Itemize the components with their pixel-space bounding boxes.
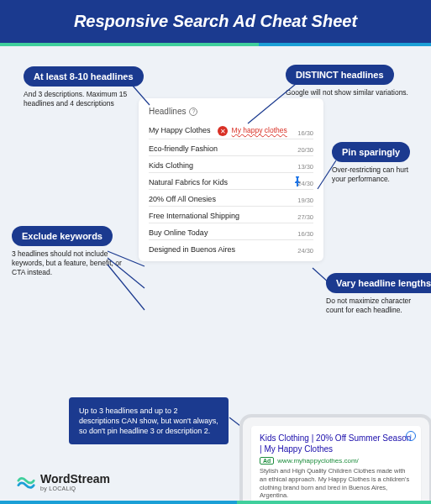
char-count: 27/30: [297, 213, 313, 221]
headline-label: Buy Online Today: [149, 228, 208, 237]
header: Responsive Search Ad Cheat Sheet: [0, 0, 431, 43]
headline-row[interactable]: Free International Shipping 27/30: [149, 207, 313, 223]
page-title: Responsive Search Ad Cheat Sheet: [0, 12, 431, 31]
callout-text: Over-restricting can hurt your performan…: [332, 165, 424, 184]
panel-title: Headlines ?: [149, 107, 313, 116]
logo-text-block: WordStream by LOCALiQ: [40, 472, 110, 491]
headline-label: Designed in Buenos Aires: [149, 245, 235, 254]
panel-title-text: Headlines: [149, 107, 186, 116]
headline-row[interactable]: Designed in Buenos Aires 24/30: [149, 240, 313, 256]
brand-name: WordStream: [40, 472, 110, 486]
help-icon[interactable]: ?: [189, 108, 197, 116]
headline-row[interactable]: Eco-friendly Fashion 20/30: [149, 139, 313, 156]
headline-label: My Happy Clothes: [149, 126, 211, 134]
callout-text: And 3 descriptions. Maximum 15 headlines…: [24, 90, 145, 108]
char-count: 13/30: [297, 163, 313, 171]
headline-row[interactable]: Natural Fabrics for Kids 24/30: [149, 173, 313, 190]
headline-row[interactable]: 20% Off All Onesies 19/30: [149, 190, 313, 207]
callout-exclude: Exclude keywords 3 headlines should not …: [12, 226, 125, 277]
headline-label: 20% Off All Onesies: [149, 195, 216, 203]
headline-label: Free International Shipping: [149, 212, 239, 220]
headline-row[interactable]: Kids Clothing 13/30: [149, 156, 313, 173]
callout-headlines-count: At least 8-10 headlines And 3 descriptio…: [24, 66, 145, 108]
pill-vary: Vary headline lengths: [326, 273, 431, 293]
ad-url: www.myhappyclothes.com/: [277, 457, 358, 465]
pill-exclude: Exclude keywords: [12, 226, 113, 246]
footer-logo: WordStream by LOCALiQ: [17, 472, 110, 491]
brand-sub: by LOCALiQ: [40, 486, 110, 491]
callout-text: 3 headlines should not include keywords,…: [12, 249, 125, 277]
ad-desc: Stylish and High Quality Children Clothe…: [260, 467, 413, 500]
headline-label: Kids Clothing: [149, 161, 193, 170]
ad-title: Kids Clothing | 20% Off Summer Season | …: [260, 433, 413, 454]
note-text: Up to 3 headlines and up to 2 descriptio…: [79, 407, 218, 435]
headline-row[interactable]: My Happy Clothes ✕ My happy clothes 16/3…: [149, 121, 313, 139]
footer-stripe: [0, 501, 431, 504]
error-text: My happy clothes: [232, 126, 287, 134]
ad-card[interactable]: i Kids Clothing | 20% Off Summer Season …: [251, 426, 421, 504]
headline-row[interactable]: Buy Online Today 16/30: [149, 223, 313, 240]
info-icon[interactable]: i: [406, 431, 416, 441]
char-count: 20/30: [297, 146, 313, 154]
char-count: 24/30: [297, 180, 313, 187]
callout-distinct: DISTINCT headlines Google will not show …: [286, 65, 408, 97]
char-count: 16/30: [297, 230, 313, 238]
callout-text: Do not maximize character count for each…: [326, 297, 427, 315]
char-count: 16/30: [297, 129, 313, 137]
pill-headlines-count: At least 8-10 headlines: [24, 66, 144, 87]
char-count: 19/30: [297, 197, 313, 204]
error-icon: ✕: [218, 126, 228, 136]
note-box: Up to 3 headlines and up to 2 descriptio…: [69, 397, 229, 444]
callout-text: Google will not show similar variations.: [286, 88, 408, 97]
wordstream-logo-icon: [17, 473, 35, 491]
pill-distinct: DISTINCT headlines: [286, 65, 394, 85]
headline-label: Eco-friendly Fashion: [149, 144, 218, 153]
ad-url-row: Ad www.myhappyclothes.com/: [260, 457, 413, 465]
headline-label: Natural Fabrics for Kids: [149, 178, 228, 186]
callout-pin: Pin sparingly Over-restricting can hurt …: [332, 142, 424, 184]
headlines-panel: Headlines ? My Happy Clothes ✕ My happy …: [139, 98, 323, 261]
ad-badge: Ad: [260, 457, 274, 465]
pill-pin: Pin sparingly: [332, 142, 410, 162]
canvas: At least 8-10 headlines And 3 descriptio…: [0, 46, 431, 503]
char-count: 24/30: [297, 247, 313, 255]
ad-preview: i Kids Clothing | 20% Off Summer Season …: [239, 414, 431, 504]
callout-vary: Vary headline lengths Do not maximize ch…: [326, 273, 427, 315]
